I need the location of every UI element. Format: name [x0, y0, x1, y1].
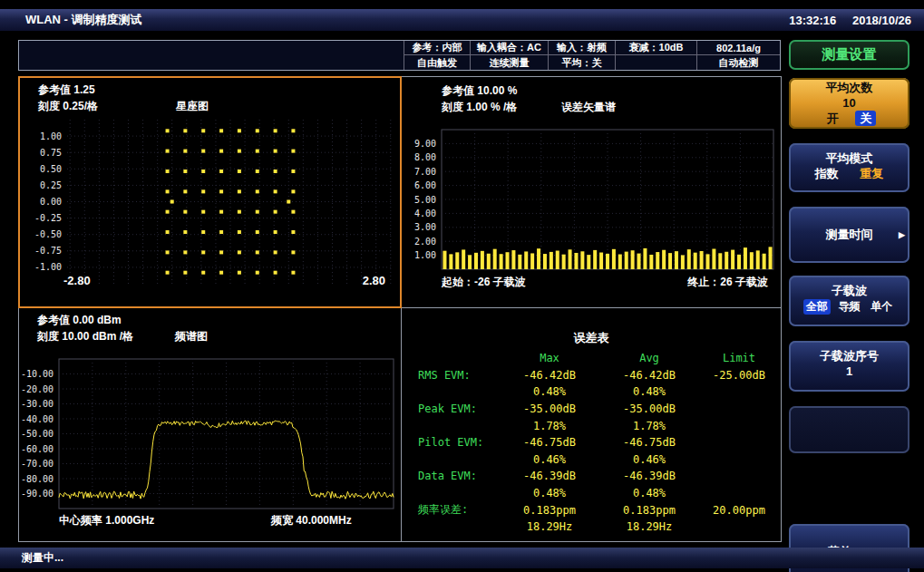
constellation-x-max-label: 2.80	[363, 274, 385, 287]
status-text: 测量中...	[22, 550, 63, 566]
constellation-point	[219, 170, 223, 173]
evm-bar	[769, 247, 773, 269]
evm-bar	[556, 251, 559, 269]
average-mode-label: 平均模式	[789, 150, 909, 166]
softkey-subcarrier[interactable]: 子载波 全部 导频 单个	[789, 276, 909, 326]
error-row-label: 频率误差:	[409, 502, 500, 518]
clock: 13:32:16 2018/10/26	[776, 14, 911, 27]
tick-label: -30.00	[21, 399, 53, 409]
evm-bar	[637, 254, 641, 269]
constellation-point	[256, 150, 259, 153]
evm-bar	[712, 249, 715, 269]
measurement-setup-button[interactable]: 测量设置	[789, 40, 909, 70]
tick-label: -10.00	[21, 369, 53, 379]
title-bar: WLAN - 调制精度测试 13:32:16 2018/10/26	[0, 9, 924, 31]
constellation-point	[183, 170, 187, 173]
error-row-value: 18.29Hz	[500, 520, 599, 533]
average-mode-repeat-option[interactable]: 重复	[855, 166, 888, 181]
subcarrier-index-label: 子载波序号	[789, 348, 909, 364]
error-row-value: -25.00dB	[699, 369, 779, 382]
evm-bar	[543, 254, 547, 269]
softkey-subcarrier-index[interactable]: 子载波序号 1	[789, 341, 909, 392]
error-row-value: 18.29Hz	[599, 520, 699, 533]
constellation-point	[183, 210, 187, 214]
evm-bar	[481, 251, 484, 269]
error-row-value: 1.78%	[599, 420, 699, 432]
evm-bar	[511, 250, 515, 269]
evm-bar	[643, 248, 647, 269]
constellation-panel[interactable]: 1.000.750.500.250.00-0.25-0.50-0.75-1.00…	[18, 76, 402, 308]
subcarrier-pilot-option[interactable]: 导频	[836, 299, 863, 315]
error-row-label: Pilot EVM:	[409, 436, 500, 449]
constellation-point	[287, 200, 290, 204]
tick-label: 4.00	[414, 208, 436, 218]
error-row-value: 0.46%	[599, 453, 699, 466]
measurement-setup-label: 测量设置	[822, 46, 877, 63]
subcarrier-all-option[interactable]: 全部	[803, 299, 831, 315]
constellation-point	[238, 170, 241, 173]
tick-label: -90.00	[21, 489, 53, 499]
average-mode-exponential-option[interactable]: 指数	[811, 166, 843, 181]
evm-bar	[518, 255, 521, 269]
evm-bar	[580, 251, 584, 269]
constellation-point	[291, 271, 295, 275]
evm-bar	[455, 252, 459, 269]
subcarrier-single-option[interactable]: 单个	[868, 299, 895, 315]
evm-bar	[687, 249, 691, 269]
tick-label: -0.50	[34, 229, 62, 239]
constellation-point	[166, 250, 170, 254]
evm-bar	[537, 248, 540, 269]
evm-bar	[530, 253, 534, 269]
constellation-point	[201, 189, 205, 193]
constellation-point	[238, 271, 241, 275]
constellation-point	[166, 129, 170, 132]
settings-grid: 参考：内部输入耦合：AC输入：射频衰减：10dB802.11a/g自由触发连续测…	[404, 41, 780, 70]
error-row-value: 0.183ppm	[599, 504, 699, 517]
softkey-average-count[interactable]: 平均次数 10 开 关	[789, 78, 909, 129]
tick-label: -60.00	[21, 444, 53, 454]
evm-bar	[443, 251, 446, 269]
evm-bar	[612, 249, 616, 269]
spectrum-center-freq-label: 中心频率 1.000GHz	[59, 513, 154, 528]
evm-bar	[587, 255, 590, 269]
constellation-point	[274, 150, 277, 153]
constellation-point	[201, 271, 205, 275]
setting-cell: 参考：内部	[404, 41, 471, 55]
softkey-measurement-time[interactable]: 测量时间 ▶	[789, 207, 909, 263]
spectrum-trace	[59, 421, 394, 499]
evm-bar	[524, 251, 528, 269]
tick-label: -20.00	[21, 384, 53, 394]
error-table-column-header: Avg	[599, 352, 699, 364]
evm-bar	[631, 250, 635, 269]
constellation-point	[201, 210, 205, 214]
evm-bar	[599, 253, 603, 269]
tick-label: 5.00	[414, 195, 436, 205]
error-table-row: 0.48%0.48%	[409, 383, 777, 401]
error-table-title: 误差表	[402, 330, 781, 346]
tick-label: 6.00	[414, 180, 436, 190]
tick-label: 1.00	[414, 250, 436, 260]
tick-label: -1.00	[34, 262, 62, 272]
constellation-point	[238, 230, 241, 234]
average-off-option[interactable]: 关	[855, 111, 876, 126]
measurement-time-label: 测量时间	[826, 227, 873, 243]
constellation-point	[183, 250, 187, 254]
evm-spectrum-panel[interactable]: 9.008.007.006.005.004.003.002.001.00 参考值…	[401, 76, 782, 308]
error-table-row: 1.78%1.78%	[409, 417, 777, 434]
evm-bar	[493, 249, 497, 269]
constellation-point	[238, 250, 241, 254]
error-row-value: -46.39dB	[500, 470, 599, 482]
error-table-panel[interactable]: 误差表 MaxAvgLimitRMS EVM:-46.42dB-46.42dB-…	[401, 307, 782, 542]
constellation-point	[238, 150, 241, 153]
evm-bar	[487, 254, 491, 269]
evm-bar	[649, 255, 653, 269]
evm-title: 误差矢量谱	[561, 100, 616, 115]
evm-bar	[618, 255, 622, 269]
constellation-point	[291, 210, 295, 214]
average-on-option[interactable]: 开	[822, 111, 843, 126]
error-row-value: -35.00dB	[599, 402, 699, 415]
spectrum-ref-value: 参考值 0.00 dBm	[37, 313, 122, 328]
evm-bar	[763, 254, 766, 269]
spectrum-panel[interactable]: -10.00-20.00-30.00-40.00-50.00-60.00-70.…	[18, 307, 402, 542]
softkey-average-mode[interactable]: 平均模式 指数 重复	[789, 143, 909, 192]
